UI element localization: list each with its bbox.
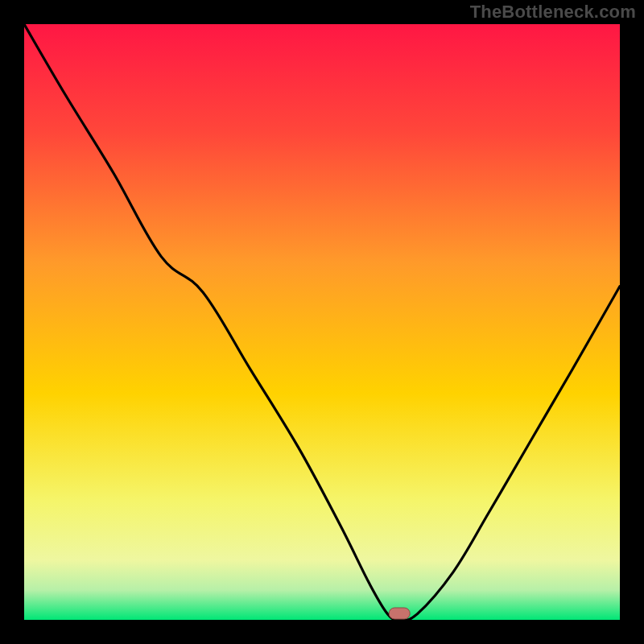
watermark-text: TheBottleneck.com bbox=[470, 2, 636, 23]
plot-area bbox=[24, 24, 620, 620]
bottleneck-plot-svg bbox=[24, 24, 620, 620]
chart-container: TheBottleneck.com bbox=[0, 0, 644, 644]
gradient-background bbox=[24, 24, 620, 620]
optimal-marker bbox=[389, 608, 410, 619]
